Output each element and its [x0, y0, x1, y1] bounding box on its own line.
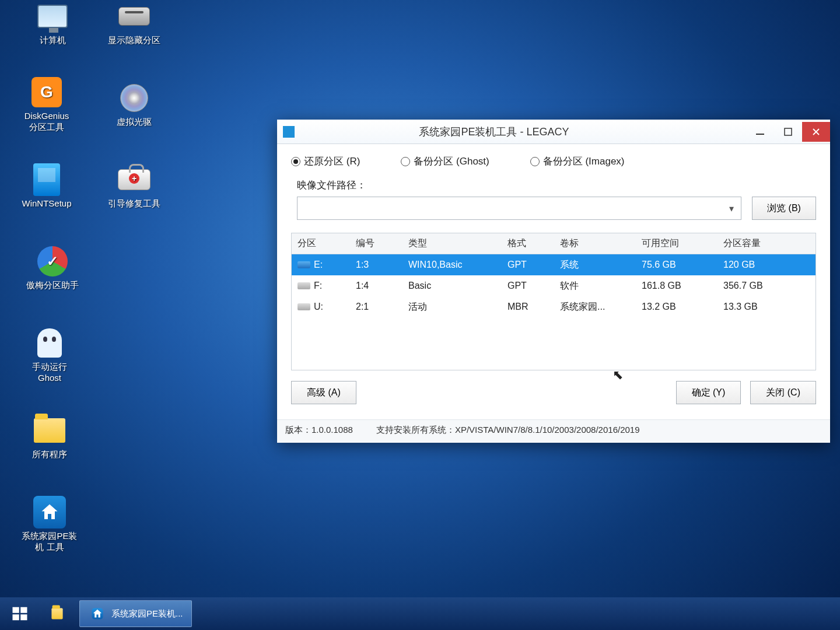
desktop-icon-winntsetup[interactable]: WinNTSetup [12, 163, 82, 209]
col-format: 格式 [502, 237, 554, 250]
desktop-icon-virtual-cd[interactable]: 虚拟光驱 [99, 82, 169, 128]
col-partition: 分区 [292, 237, 350, 250]
table-empty-space [292, 317, 816, 370]
radio-dot-icon [291, 157, 300, 166]
pe-installer-window: 系统家园PE装机工具 - LEGACY 还原分区 (R) 备份分区 (Ghost… [277, 120, 830, 443]
svg-rect-0 [756, 134, 764, 135]
col-type: 类型 [402, 237, 502, 250]
desktop-icon-label: 手动运行 Ghost [32, 362, 67, 384]
window-body: 还原分区 (R) 备份分区 (Ghost) 备份分区 (Imagex) 映像文件… [277, 144, 830, 419]
desktop-icon-aomei[interactable]: 傲梅分区助手 [12, 245, 93, 291]
col-free: 可用空间 [636, 237, 718, 250]
desktop-icon-computer[interactable]: 计算机 [18, 0, 88, 46]
cell-fmt: MBR [502, 302, 554, 312]
image-path-label: 映像文件路径： [297, 178, 366, 192]
version-text: 版本：1.0.0.1088 [285, 425, 353, 436]
footer-buttons: 高级 (A) 确定 (Y) 关闭 (C) [291, 381, 816, 404]
toolbox-icon [118, 163, 150, 196]
hdd-icon [298, 303, 310, 310]
desktop-icon-label: 傲梅分区助手 [26, 280, 79, 291]
radio-dot-icon [530, 157, 540, 166]
desktop-icon-label: 系统家园PE装 机 工具 [22, 531, 77, 553]
svg-rect-2 [13, 607, 19, 613]
cell-num: 2:1 [350, 302, 402, 312]
radio-label: 备份分区 (Ghost) [414, 155, 489, 168]
chevron-down-icon: ▾ [722, 203, 741, 214]
table-body: E:1:3WIN10,BasicGPT系统75.6 GB120 GBF:1:4B… [292, 254, 816, 317]
mode-radios: 还原分区 (R) 备份分区 (Ghost) 备份分区 (Imagex) [291, 155, 816, 168]
desktop-icon-label: 显示隐藏分区 [108, 35, 160, 46]
cell-total: 356.7 GB [718, 281, 799, 291]
cell-free: 161.8 GB [636, 281, 718, 291]
cell-free: 13.2 GB [636, 302, 718, 312]
desktop-icon-label: 所有程序 [32, 449, 67, 460]
taskbar: 系统家园PE装机... [0, 597, 840, 630]
taskbar-item-explorer[interactable] [40, 600, 75, 627]
cell-drive: F: [314, 281, 322, 291]
desktop-icon-all-programs[interactable]: 所有程序 [15, 414, 85, 460]
ghost-icon [33, 327, 66, 359]
desktop-icon-label: 引导修复工具 [108, 198, 160, 209]
desktop-icon-label: 计算机 [40, 35, 66, 46]
table-header: 分区 编号 类型 格式 卷标 可用空间 分区容量 [292, 233, 816, 254]
cell-total: 13.3 GB [718, 302, 799, 312]
pe-tool-icon [33, 496, 66, 528]
table-row[interactable]: F:1:4BasicGPT软件161.8 GB356.7 GB [292, 275, 816, 296]
support-text: 支持安装所有系统：XP/VISTA/WIN7/8/8.1/10/2003/200… [376, 425, 822, 436]
radio-backup-ghost[interactable]: 备份分区 (Ghost) [401, 155, 489, 168]
close-button[interactable] [802, 122, 830, 142]
desktop-icon-pe-tool[interactable]: 系统家园PE装 机 工具 [9, 496, 90, 553]
hdd-icon [298, 282, 310, 289]
cell-fmt: GPT [502, 281, 554, 291]
cell-free: 75.6 GB [636, 260, 718, 270]
col-number: 编号 [350, 237, 402, 250]
titlebar[interactable]: 系统家园PE装机工具 - LEGACY [277, 120, 830, 144]
col-volume: 卷标 [554, 237, 636, 250]
window-controls [746, 122, 830, 142]
desktop-icon-show-hidden[interactable]: 显示隐藏分区 [99, 0, 169, 46]
folder-icon [51, 608, 62, 619]
ok-button[interactable]: 确定 (Y) [676, 381, 741, 404]
radio-backup-imagex[interactable]: 备份分区 (Imagex) [530, 155, 625, 168]
image-path-combo[interactable]: ▾ [297, 197, 741, 220]
desktop-icon-label: 虚拟光驱 [117, 117, 152, 128]
image-path-controls: ▾ 浏览 (B) [291, 197, 816, 220]
svg-rect-4 [13, 614, 19, 620]
disc-icon [118, 82, 150, 114]
desktop-icon-diskgenius[interactable]: G DiskGenius 分区工具 [12, 76, 82, 133]
table-row[interactable]: E:1:3WIN10,BasicGPT系统75.6 GB120 GB [292, 254, 816, 275]
pe-tool-icon [92, 608, 103, 619]
maximize-button[interactable] [774, 122, 802, 142]
table-row[interactable]: U:2:1活动MBR系统家园...13.2 GB13.3 GB [292, 296, 816, 317]
cell-type: Basic [402, 281, 502, 291]
aomei-icon [36, 245, 69, 278]
browse-button[interactable]: 浏览 (B) [752, 197, 816, 220]
cell-vol: 软件 [554, 280, 636, 292]
cell-drive: U: [314, 302, 323, 312]
radio-label: 备份分区 (Imagex) [543, 155, 625, 168]
cell-type: WIN10,Basic [402, 260, 502, 270]
cell-vol: 系统 [554, 259, 636, 271]
desktop-icon-boot-repair[interactable]: 引导修复工具 [93, 163, 175, 209]
windows-logo-icon [11, 605, 29, 622]
radio-label: 还原分区 (R) [304, 155, 360, 168]
cell-drive: E: [314, 260, 323, 270]
minimize-button[interactable] [746, 122, 774, 142]
radio-restore[interactable]: 还原分区 (R) [291, 155, 360, 168]
cell-vol: 系统家园... [554, 301, 636, 313]
cell-total: 120 GB [718, 260, 799, 270]
taskbar-item-pe-tool[interactable]: 系统家园PE装机... [79, 600, 192, 627]
desktop-icon-label: WinNTSetup [22, 198, 71, 209]
hdd-icon [298, 261, 310, 268]
taskbar-item-label: 系统家园PE装机... [111, 608, 183, 620]
cell-num: 1:3 [350, 260, 402, 270]
advanced-button[interactable]: 高级 (A) [291, 381, 356, 404]
desktop-icon-label: DiskGenius 分区工具 [24, 111, 69, 133]
cell-type: 活动 [402, 301, 502, 313]
start-button[interactable] [5, 601, 35, 626]
diskgenius-icon: G [30, 76, 63, 108]
desktop-icon-ghost[interactable]: 手动运行 Ghost [15, 327, 85, 384]
svg-rect-5 [20, 614, 27, 620]
close-dialog-button[interactable]: 关闭 (C) [750, 381, 816, 404]
computer-icon [36, 0, 69, 33]
